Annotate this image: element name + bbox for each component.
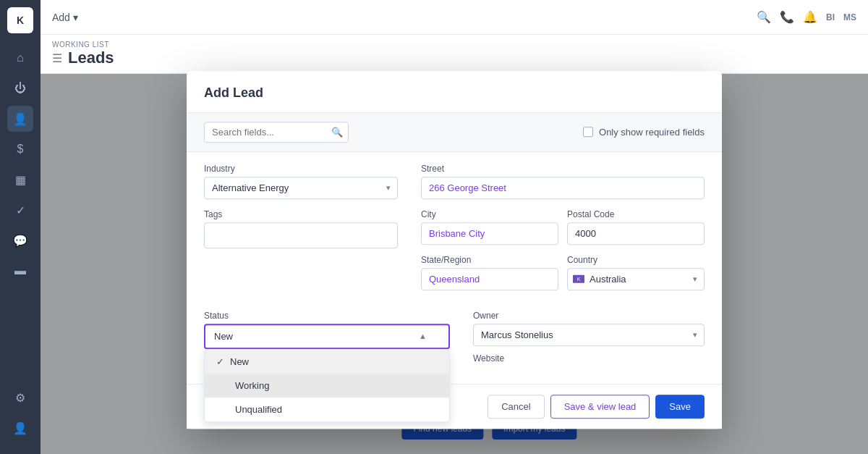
country-select[interactable]: Australia — [567, 268, 705, 290]
city-group: City — [421, 209, 558, 245]
user-initials-bi[interactable]: BI — [826, 12, 835, 22]
bell-icon[interactable]: 🔔 — [803, 10, 817, 24]
search-fields-wrap: 🔍 — [204, 122, 349, 143]
tags-label: Tags — [204, 209, 398, 219]
country-flag-icon: K — [573, 275, 584, 283]
status-option-unqualified-label: Unqualified — [235, 404, 282, 415]
tags-group: Tags — [204, 209, 398, 248]
city-label: City — [421, 209, 558, 219]
status-select-button[interactable]: New ▲ — [204, 324, 450, 349]
search-fields-input[interactable] — [204, 122, 349, 143]
page-title: Leads — [68, 49, 114, 67]
sidebar-item-user[interactable]: 👤 — [7, 415, 33, 441]
website-group: Website — [473, 353, 705, 363]
modal-header: Add Lead — [187, 71, 722, 113]
owner-group: Owner Marcus Stonelius ▾ — [473, 311, 705, 346]
sidebar-item-check[interactable]: ✓ — [7, 197, 33, 223]
working-list-label: WORKING LIST — [52, 41, 856, 49]
cancel-button[interactable]: Cancel — [488, 395, 544, 419]
state-country-row: State/Region Country K Australia — [421, 255, 705, 290]
tags-input[interactable] — [204, 222, 398, 248]
owner-right: Owner Marcus Stonelius ▾ Website — [473, 311, 705, 363]
status-chevron-up-icon: ▲ — [419, 332, 427, 340]
status-option-working[interactable]: Working — [205, 374, 449, 398]
required-fields-label: Only show required fields — [599, 127, 705, 138]
country-label: Country — [567, 255, 705, 265]
industry-select-wrap: Alternative Energy ▾ — [204, 177, 398, 199]
add-lead-modal: Add Lead 🔍 Only show required fields — [187, 71, 722, 429]
owner-label: Owner — [473, 311, 705, 321]
page-body: Find new leads Import my leads Add Lead … — [41, 74, 868, 454]
street-input[interactable] — [421, 177, 705, 199]
modal-title: Add Lead — [204, 85, 705, 101]
sidebar-item-settings[interactable]: ⚙ — [7, 384, 33, 411]
status-dropdown: ✓ New Working Unqualified — [204, 349, 450, 422]
sidebar-item-home[interactable]: ⌂ — [7, 45, 33, 71]
search-icon[interactable]: 🔍 — [757, 10, 771, 24]
state-group: State/Region — [421, 255, 558, 290]
state-label: State/Region — [421, 255, 558, 265]
search-icon-inside: 🔍 — [331, 127, 343, 138]
sidebar-item-chat[interactable]: 💬 — [7, 227, 33, 253]
postal-code-group: Postal Code — [567, 209, 705, 245]
form-left: Industry Alternative Energy ▾ Tags — [204, 164, 398, 290]
owner-select[interactable]: Marcus Stonelius — [473, 324, 705, 346]
checkmark-icon: ✓ — [216, 356, 224, 367]
city-postal-row: City Postal Code — [421, 209, 705, 245]
city-input[interactable] — [421, 222, 558, 245]
status-option-new-label: New — [230, 356, 249, 367]
status-option-unqualified[interactable]: Unqualified — [205, 398, 449, 421]
modal-body: Industry Alternative Energy ▾ Tags — [187, 152, 722, 302]
industry-label: Industry — [204, 164, 398, 174]
owner-select-wrap: Marcus Stonelius ▾ — [473, 324, 705, 346]
postal-code-label: Postal Code — [567, 209, 705, 219]
postal-code-input[interactable] — [567, 222, 705, 245]
state-input[interactable] — [421, 268, 558, 290]
status-label: Status — [204, 311, 450, 321]
sidebar-item-power[interactable]: ⏻ — [7, 75, 33, 101]
sidebar-item-barchart[interactable]: ▬ — [7, 258, 33, 284]
country-group: Country K Australia ▾ — [567, 255, 705, 290]
sidebar-item-dollar[interactable]: $ — [7, 136, 33, 162]
save-view-lead-button[interactable]: Save & view lead — [550, 395, 650, 419]
status-option-new[interactable]: ✓ New — [205, 350, 449, 374]
country-select-wrap: K Australia ▾ — [567, 268, 705, 290]
phone-icon[interactable]: 📞 — [780, 10, 794, 24]
menu-icon: ☰ — [52, 51, 62, 65]
status-owner-section: Status New ▲ ✓ New — [187, 302, 722, 372]
sidebar-item-grid[interactable]: ▦ — [7, 167, 33, 193]
page-header: WORKING LIST ☰ Leads — [41, 35, 868, 74]
street-group: Street — [421, 164, 705, 199]
add-button[interactable]: Add ▾ — [52, 12, 78, 23]
sidebar: K ⌂ ⏻ 👤 $ ▦ ✓ 💬 ▬ ⚙ 👤 — [0, 0, 41, 454]
status-value: New — [214, 331, 233, 342]
modal-search-bar: 🔍 Only show required fields — [187, 113, 722, 152]
sidebar-item-contacts[interactable]: 👤 — [7, 106, 33, 132]
sidebar-logo: K — [7, 7, 33, 33]
website-label: Website — [473, 353, 705, 363]
save-button[interactable]: Save — [655, 395, 705, 419]
chevron-down-icon: ▾ — [73, 12, 78, 23]
user-initials-ms[interactable]: MS — [843, 12, 856, 22]
industry-group: Industry Alternative Energy ▾ — [204, 164, 398, 199]
status-left: Status New ▲ ✓ New — [204, 311, 450, 363]
main-content: Add ▾ 🔍 📞 🔔 BI MS WORKING LIST ☰ Leads — [41, 0, 868, 454]
status-group: Status New ▲ ✓ New — [204, 311, 450, 349]
status-option-working-label: Working — [235, 380, 269, 391]
street-label: Street — [421, 164, 705, 174]
topbar: Add ▾ 🔍 📞 🔔 BI MS — [41, 0, 868, 35]
industry-select[interactable]: Alternative Energy — [204, 177, 398, 199]
form-right: Street City Postal Code — [421, 164, 705, 290]
required-fields-wrap: Only show required fields — [583, 127, 705, 138]
required-fields-checkbox[interactable] — [583, 127, 593, 137]
